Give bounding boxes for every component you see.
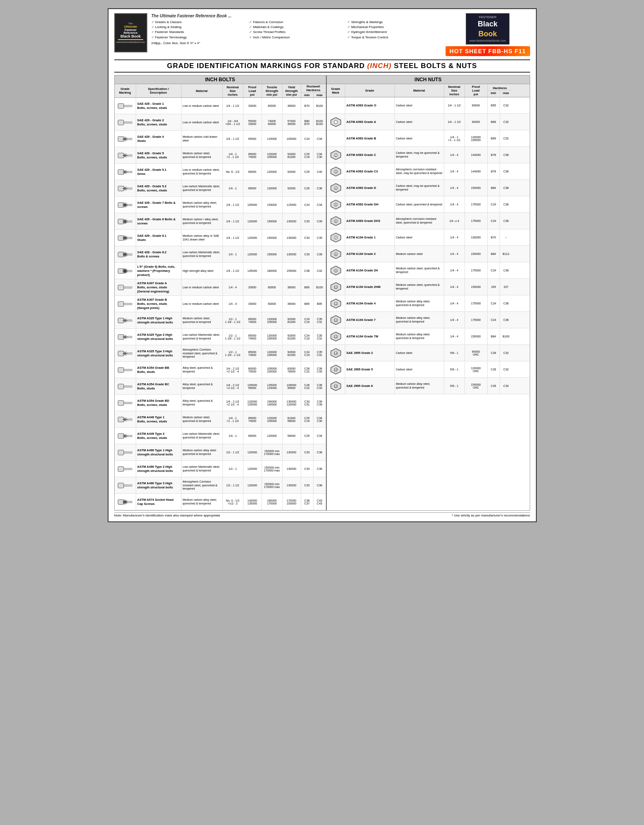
bolt-nom-size: 1/4 - 2 1/2>2 1/2 - 4 [223, 362, 243, 378]
bolt-row: ASTM A325 Type 2 High strength structura… [115, 329, 326, 345]
bolt-rock-max: B100B100 [314, 114, 326, 130]
nuts-body: ASTM A563 Grade O Carbon steel 1/4 - 1 1… [327, 97, 530, 394]
bolt-icon-cell [115, 329, 136, 345]
bolt-nom-size: 1/4 - 1 1/2 [223, 197, 243, 213]
bolt-tensile: 150000140000 [262, 395, 283, 411]
nut-proof: 90000UNC [465, 345, 488, 361]
nut-hard-max: C38 [500, 312, 512, 328]
nut-proof: 90000 [465, 114, 488, 130]
nut-hard-max: C34 [500, 378, 512, 394]
nut-hard-max: C32 [500, 130, 512, 146]
nut-proof: 144000 [465, 163, 488, 179]
black-label: Black [469, 19, 506, 29]
ch-material: Material [182, 84, 223, 97]
bolt-nom-size: 1/4 - 2 1/2>2 1/2 - 4 [223, 378, 243, 394]
bolt-nom-size: 1/2 - 1 1/2 [223, 444, 243, 460]
bolt-rock-max: C40 [314, 164, 326, 180]
nut-nom-size: 5/8 - 1 [444, 345, 465, 361]
svg-text:11: 11 [334, 302, 337, 305]
nut-proof: 120000105000 [465, 130, 488, 146]
nut-proof: 150000 [465, 180, 488, 196]
bolt-yield: 9200081000 [283, 329, 301, 345]
nch-grade: Grade [345, 84, 395, 97]
nut-grade: ASTM A563 Grade B [345, 130, 395, 146]
nut-row: 16 SAE J995 Grade 8 Medium carbon alloy … [327, 378, 530, 394]
bolt-yield: 8300078000 [283, 362, 301, 378]
nut-row: 12 ASTM A194 Grade 7 Medium carbon alloy… [327, 312, 530, 328]
footer-note: Note: Manufacturer's identification mark… [114, 514, 220, 517]
bolt-material: Alloy steel, quenched & tempered [182, 378, 223, 394]
bolt-rock-max: C34 [314, 197, 326, 213]
svg-text:14: 14 [334, 352, 337, 355]
bolt-tensile: 120000105000 [262, 411, 283, 427]
nut-material: Medium carbon alloy steel, quenched & te… [395, 378, 444, 394]
bolt-rock-max: C35C31 [314, 345, 326, 361]
nut-hard-min: C24 [488, 312, 500, 328]
svg-text:15: 15 [334, 368, 337, 371]
nut-hard-max: C38 [500, 163, 512, 179]
bolt-rock-min: C33 [301, 444, 314, 460]
bolt-icon-cell [115, 395, 136, 411]
bolt-rock-max: C38 [314, 461, 326, 477]
nut-hard-min: B84 [488, 246, 500, 262]
bolt-material: Low carbon Martensitic steel, quenched &… [182, 428, 223, 444]
nut-material: Medium carbon steel, quenched & tempered [395, 262, 444, 278]
bolt-tensile: 120000 [262, 180, 283, 196]
bolt-tensile: 60000 [262, 279, 283, 295]
bolt-material: Medium carbon alloy steel, quenched & te… [182, 197, 223, 213]
bolt-rock-min: C25C19 [301, 411, 314, 427]
nut-nom-size: 1/4 - 4 [444, 295, 465, 311]
check-materials: Materials & Coatings [249, 25, 343, 29]
nut-hard-min: B70 [488, 229, 500, 245]
bolt-nom-size: 1/2 - 11 1/8 - 1 1/2 [223, 329, 243, 345]
svg-text:5: 5 [335, 203, 337, 206]
bolt-rock-min: C38 [301, 263, 314, 279]
bolt-row: ASTM A354 Grade BBBolts, studs Alloy ste… [115, 362, 326, 378]
bolt-spec: ASTM A490 Type 3 High strength structura… [136, 477, 182, 493]
bolt-rock-max: C35C31 [314, 312, 326, 328]
bolt-rock-max: C39C39 [314, 395, 326, 411]
check-failures: Failures & Corrosion [249, 20, 343, 24]
nut-material: Medium carbon alloy steel, quenched & te… [395, 295, 444, 311]
bolt-row: ASTM A325 Type 1 High strength structura… [115, 312, 326, 329]
bolts-header-row: GradeMarking Specification /Description … [115, 84, 326, 98]
bolt-material: Low or medium carbon steel [182, 114, 223, 130]
fastener-logo: FASTENER Black Book www.fastenerblackboo… [466, 13, 510, 45]
bolt-tensile: 150000 min170000 max [262, 477, 283, 493]
nut-hard-max: C38 [500, 262, 512, 278]
bolt-yield: 92000 [283, 164, 301, 180]
bolt-proof: 120000 [243, 477, 262, 493]
svg-text:12: 12 [334, 319, 337, 322]
bolt-spec: ASTM A449 Type 1Bolts, screws, studs [136, 411, 182, 427]
bolt-icon-cell [115, 263, 136, 279]
header-right: FASTENER Black Book www.fastenerblackboo… [446, 13, 530, 56]
nut-grade: SAE J995 Grade 8 [345, 378, 395, 394]
nut-material: Carbon steel [395, 361, 444, 377]
check-terminology: Fastener Terminology [151, 35, 245, 40]
bolt-rock-min: B69 [301, 296, 314, 312]
bolt-yield: 92000 [283, 180, 301, 196]
nut-grade: SAE J995 Grade 5 [345, 361, 395, 377]
bolt-rock-min: C33 [301, 246, 314, 262]
nut-hard-min: C26 [488, 345, 500, 361]
bolt-rock-min: C24C19 [301, 345, 314, 361]
bolt-row: SAE 429 - Grade 4Studs Medium carbon col… [115, 131, 326, 147]
bolt-proof: 140000135000 [243, 494, 262, 510]
nuts-section: INCH NUTS GradeMark Grade Material Nomin… [327, 75, 530, 510]
bolt-yield: 130000 [283, 213, 301, 229]
bolt-tensile: 60000 [262, 98, 283, 114]
svg-rect-70 [118, 302, 124, 306]
bolt-proof: 120000 [243, 246, 262, 262]
svg-rect-103 [118, 450, 124, 455]
nut-proof: 69000 [465, 97, 488, 113]
bolt-rock-max: C34 [314, 428, 326, 444]
nut-hard-min: B78 [488, 147, 500, 163]
bolt-nom-size: 1/4 - 1 1/2 [223, 230, 243, 246]
nut-hard-max: C38 [500, 147, 512, 163]
bolt-proof: 33000 [243, 279, 262, 295]
ch-yield: YieldStrengthmin psi [283, 84, 301, 97]
bolt-rock-max: C34 [314, 131, 326, 147]
bolt-nom-size: 1/4 - 1>1 - 1 1/2 [223, 411, 243, 427]
bolt-tensile: 120000 [262, 164, 283, 180]
bolt-rock-min: C24 [301, 197, 314, 213]
